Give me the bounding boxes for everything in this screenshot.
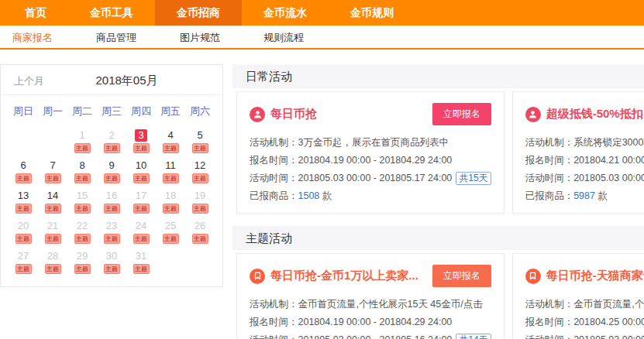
theme-badge: 主题 <box>192 143 208 153</box>
calendar-day-cell[interactable]: 19主题 <box>185 188 215 217</box>
detail-label: 已报商品： <box>525 190 574 201</box>
theme-badge: 主题 <box>133 143 150 153</box>
nav-item[interactable]: 金币流水 <box>242 0 329 26</box>
subnav-item[interactable]: 规则流程 <box>263 26 304 48</box>
theme-badge: 主题 <box>163 234 179 244</box>
calendar-day-cell[interactable]: 14主题 <box>38 188 67 217</box>
detail-value: 201804.21 00:00 - 201804.27 24:00 <box>573 155 644 166</box>
calendar-day-cell[interactable]: 21主题 <box>38 218 67 248</box>
subnav-item[interactable]: 商家报名 <box>12 26 53 48</box>
theme-badge: 主题 <box>15 234 32 244</box>
detail-value: 金币首页流量,个性化展示15天 45金币/点击 <box>298 299 483 310</box>
theme-badge: 主题 <box>104 204 120 214</box>
day-number: 3 <box>135 129 146 142</box>
calendar-day-cell[interactable]: 8主题 <box>67 158 97 187</box>
main-content: 上个月 2018年05月 周日周一周二周三周四周五周六 1主题2主题3主题4主题… <box>0 50 644 339</box>
calendar-day-cell[interactable]: 30主题 <box>97 248 126 278</box>
day-number: 13 <box>18 190 29 202</box>
calendar-day-cell[interactable]: 13主题 <box>9 188 38 217</box>
card-detail-row: 报名时间：201804.21 00:00 - 201804.27 24:00 <box>525 152 644 170</box>
card-detail-row: 活动时间：201805.03 00:00 - 201805.16 24:00共1… <box>250 331 491 339</box>
calendar-day-cell[interactable]: 12主题 <box>185 158 215 187</box>
card-detail-row: 已报商品：1508 款 <box>250 187 491 205</box>
calendar-day-cell[interactable]: 25主题 <box>156 218 185 248</box>
calendar-day-cell[interactable]: 31主题 <box>126 248 156 278</box>
day-number: 16 <box>106 190 118 202</box>
calendar-day-cell[interactable]: 4主题 <box>156 128 185 157</box>
signup-button[interactable]: 立即报名 <box>432 103 491 125</box>
calendar-day-cell[interactable]: 2主题 <box>97 128 126 157</box>
calendar-day-cell[interactable]: 5主题 <box>185 128 215 157</box>
day-number: 8 <box>77 159 88 172</box>
theme-badge: 主题 <box>104 173 120 183</box>
theme-badge: 主题 <box>104 264 120 274</box>
detail-value: 系统将锁定3000元货值商品，金币50%抵扣 <box>573 137 644 148</box>
bookmark-icon <box>250 269 265 284</box>
nav-item[interactable]: 首页 <box>3 0 68 26</box>
day-number: 17 <box>136 190 147 202</box>
detail-label: 活动时间： <box>250 334 298 339</box>
calendar-day-cell[interactable]: 28主题 <box>38 248 67 278</box>
detail-label: 活动时间： <box>525 173 574 183</box>
calendar-day-cell[interactable]: 11主题 <box>156 158 185 187</box>
theme-badge: 主题 <box>133 264 150 274</box>
calendar-day-cell[interactable]: 26主题 <box>185 218 215 248</box>
calendar-day-cell[interactable]: 29主题 <box>67 248 97 278</box>
card-detail-row: 报名时间：201804.19 00:00 - 201804.29 24:00 <box>250 152 491 170</box>
detail-label: 报名时间： <box>525 155 574 166</box>
calendar-day-cell[interactable]: 16主题 <box>97 188 126 217</box>
calendar-day-cell[interactable]: 17主题 <box>126 188 156 217</box>
count-unit: 款 <box>595 190 608 201</box>
calendar-day-cell[interactable]: 9主题 <box>97 158 126 187</box>
bookmark-icon <box>525 269 541 284</box>
detail-label: 活动机制： <box>525 137 574 148</box>
activity-title: 每日币抢-金币1万以上卖家... <box>270 269 432 283</box>
day-number: 7 <box>47 159 59 172</box>
calendar-day-cell[interactable]: 7主题 <box>38 158 67 187</box>
reported-count-link[interactable]: 5987 <box>573 190 595 201</box>
card-header: 每日币抢立即报名 <box>250 103 491 125</box>
calendar-day-cell[interactable]: 3主题 <box>126 128 156 157</box>
calendar-weekday-row: 周日周一周二周三周四周五周六 <box>1 95 222 120</box>
day-number: 27 <box>18 250 29 262</box>
detail-label: 活动机制： <box>250 137 298 148</box>
day-number: 28 <box>47 250 59 262</box>
nav-item[interactable]: 金币规则 <box>329 0 415 26</box>
theme-badge: 主题 <box>45 173 61 183</box>
calendar-day-cell[interactable]: 20主题 <box>9 218 38 248</box>
signup-button[interactable]: 立即报名 <box>432 265 491 287</box>
calendar-day-cell[interactable]: 6主题 <box>9 158 38 187</box>
detail-label: 活动机制： <box>250 299 298 310</box>
theme-badge: 主题 <box>163 173 179 183</box>
calendar-day-cell[interactable]: 18主题 <box>156 188 185 217</box>
activity-title: 超级抵钱-50%抵扣 <box>546 107 644 122</box>
calendar-day-cell[interactable]: 23主题 <box>97 218 126 248</box>
calendar-day-cell[interactable]: 15主题 <box>67 188 97 217</box>
calendar-day-cell[interactable]: 22主题 <box>67 218 97 248</box>
day-number: 30 <box>106 250 118 262</box>
theme-badge: 主题 <box>163 143 179 153</box>
theme-badge: 主题 <box>192 173 208 183</box>
theme-badge: 主题 <box>133 234 150 244</box>
calendar-empty-cell <box>156 248 185 278</box>
day-number: 11 <box>165 159 177 172</box>
subnav-item[interactable]: 图片规范 <box>180 26 220 48</box>
activity-title: 每日币抢-天猫商家专享 <box>546 269 644 283</box>
calendar-empty-cell <box>9 128 38 157</box>
subnav-item[interactable]: 商品管理 <box>96 26 136 48</box>
calendar-day-cell[interactable]: 27主题 <box>9 248 38 278</box>
prev-month-link[interactable]: 上个月 <box>14 74 44 88</box>
nav-item[interactable]: 金币招商 <box>155 0 242 26</box>
day-number: 1 <box>77 129 88 142</box>
day-number: 20 <box>18 220 29 232</box>
calendar-day-cell[interactable]: 10主题 <box>126 158 156 187</box>
detail-label: 报名时间： <box>525 317 574 327</box>
duration-badge: 共14天 <box>456 334 491 339</box>
reported-count-link[interactable]: 1508 <box>298 190 320 201</box>
calendar-day-cell[interactable]: 24主题 <box>126 218 156 248</box>
user-icon <box>525 107 541 122</box>
calendar-day-cell[interactable]: 1主题 <box>67 128 97 157</box>
day-number: 19 <box>195 190 206 202</box>
nav-item[interactable]: 金币工具 <box>68 0 155 26</box>
section-title: 日常活动 <box>232 64 644 88</box>
